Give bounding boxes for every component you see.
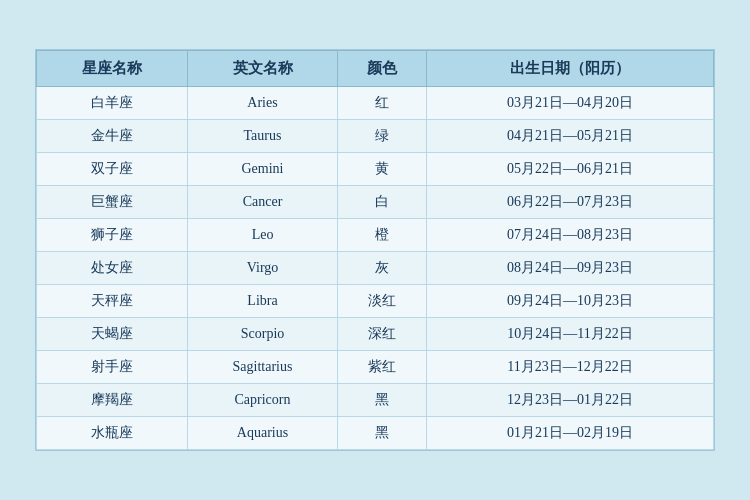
cell-color: 黄 [338,153,427,186]
cell-dates: 04月21日—05月21日 [427,120,714,153]
cell-chinese-name: 射手座 [37,351,188,384]
table-row: 摩羯座Capricorn黑12月23日—01月22日 [37,384,714,417]
cell-color: 黑 [338,384,427,417]
cell-english-name: Gemini [187,153,338,186]
cell-english-name: Leo [187,219,338,252]
cell-dates: 11月23日—12月22日 [427,351,714,384]
table-row: 双子座Gemini黄05月22日—06月21日 [37,153,714,186]
zodiac-table: 星座名称 英文名称 颜色 出生日期（阳历） 白羊座Aries红03月21日—04… [36,50,714,450]
cell-color: 紫红 [338,351,427,384]
header-color: 颜色 [338,51,427,87]
cell-color: 红 [338,87,427,120]
cell-english-name: Aries [187,87,338,120]
cell-dates: 05月22日—06月21日 [427,153,714,186]
cell-dates: 03月21日—04月20日 [427,87,714,120]
cell-english-name: Sagittarius [187,351,338,384]
cell-color: 绿 [338,120,427,153]
cell-color: 白 [338,186,427,219]
cell-english-name: Virgo [187,252,338,285]
cell-dates: 12月23日—01月22日 [427,384,714,417]
cell-chinese-name: 白羊座 [37,87,188,120]
cell-color: 橙 [338,219,427,252]
cell-chinese-name: 金牛座 [37,120,188,153]
header-dates: 出生日期（阳历） [427,51,714,87]
cell-chinese-name: 处女座 [37,252,188,285]
cell-color: 淡红 [338,285,427,318]
zodiac-table-container: 星座名称 英文名称 颜色 出生日期（阳历） 白羊座Aries红03月21日—04… [35,49,715,451]
table-row: 天蝎座Scorpio深红10月24日—11月22日 [37,318,714,351]
cell-english-name: Cancer [187,186,338,219]
header-chinese-name: 星座名称 [37,51,188,87]
cell-english-name: Libra [187,285,338,318]
cell-dates: 08月24日—09月23日 [427,252,714,285]
cell-chinese-name: 摩羯座 [37,384,188,417]
cell-chinese-name: 天秤座 [37,285,188,318]
cell-english-name: Capricorn [187,384,338,417]
cell-color: 灰 [338,252,427,285]
table-row: 白羊座Aries红03月21日—04月20日 [37,87,714,120]
table-row: 狮子座Leo橙07月24日—08月23日 [37,219,714,252]
header-english-name: 英文名称 [187,51,338,87]
cell-chinese-name: 狮子座 [37,219,188,252]
cell-chinese-name: 天蝎座 [37,318,188,351]
cell-dates: 10月24日—11月22日 [427,318,714,351]
cell-color: 黑 [338,417,427,450]
cell-chinese-name: 双子座 [37,153,188,186]
table-row: 水瓶座Aquarius黑01月21日—02月19日 [37,417,714,450]
table-row: 处女座Virgo灰08月24日—09月23日 [37,252,714,285]
cell-dates: 06月22日—07月23日 [427,186,714,219]
cell-english-name: Scorpio [187,318,338,351]
table-row: 射手座Sagittarius紫红11月23日—12月22日 [37,351,714,384]
cell-dates: 01月21日—02月19日 [427,417,714,450]
cell-english-name: Taurus [187,120,338,153]
table-row: 金牛座Taurus绿04月21日—05月21日 [37,120,714,153]
cell-english-name: Aquarius [187,417,338,450]
cell-dates: 07月24日—08月23日 [427,219,714,252]
table-row: 巨蟹座Cancer白06月22日—07月23日 [37,186,714,219]
table-body: 白羊座Aries红03月21日—04月20日金牛座Taurus绿04月21日—0… [37,87,714,450]
cell-dates: 09月24日—10月23日 [427,285,714,318]
cell-chinese-name: 水瓶座 [37,417,188,450]
table-header-row: 星座名称 英文名称 颜色 出生日期（阳历） [37,51,714,87]
table-row: 天秤座Libra淡红09月24日—10月23日 [37,285,714,318]
cell-chinese-name: 巨蟹座 [37,186,188,219]
cell-color: 深红 [338,318,427,351]
